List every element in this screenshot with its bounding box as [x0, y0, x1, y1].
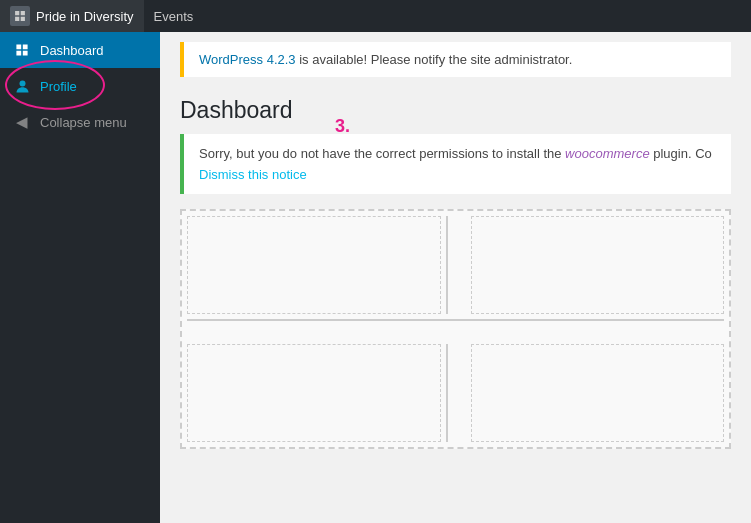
widget-area-3: [187, 344, 441, 442]
widget-area-2: [471, 216, 725, 314]
collapse-label: Collapse menu: [40, 115, 127, 130]
step-badge: 3.: [335, 116, 350, 137]
profile-label: Profile: [40, 79, 77, 94]
wordpress-update-notice: WordPress 4.2.3 is available! Please not…: [180, 42, 731, 77]
events-label: Events: [154, 9, 194, 24]
admin-menu: Dashboard Profile ◀ Collapse menu: [0, 32, 160, 140]
page-title: Dashboard: [180, 92, 731, 124]
woocommerce-notice: Sorry, but you do not have the correct p…: [180, 134, 731, 194]
sidebar-item-profile[interactable]: Profile: [0, 68, 160, 104]
dashboard-icon: [12, 42, 32, 58]
woo-message-prefix: Sorry, but you do not have the correct p…: [199, 146, 565, 161]
dashboard-widgets: [180, 209, 731, 449]
site-name-label: Pride in Diversity: [36, 9, 134, 24]
wp-wrap: Dashboard Profile ◀ Collapse menu: [0, 32, 751, 523]
main-content: 3. WordPress 4.2.3 is available! Please …: [160, 32, 751, 523]
dashboard-label: Dashboard: [40, 43, 104, 58]
svg-point-0: [19, 80, 25, 86]
widget-area-4: [471, 344, 725, 442]
events-bar-item[interactable]: Events: [144, 0, 204, 32]
site-icon: [10, 6, 30, 26]
wp-version-link[interactable]: WordPress 4.2.3: [199, 52, 296, 67]
admin-sidebar: Dashboard Profile ◀ Collapse menu: [0, 32, 160, 523]
woocommerce-link[interactable]: woocommerce: [565, 146, 650, 161]
widget-area-1: [187, 216, 441, 314]
profile-icon: [12, 79, 32, 94]
sidebar-item-collapse[interactable]: ◀ Collapse menu: [0, 104, 160, 140]
widget-divider-v2: [446, 344, 448, 442]
dismiss-notice-link[interactable]: Dismiss this notice: [199, 167, 307, 182]
notice-message: is available! Please notify the site adm…: [296, 52, 573, 67]
collapse-icon: ◀: [12, 113, 32, 131]
widget-divider-h: [187, 319, 724, 321]
woo-message-suffix: plugin. Co: [650, 146, 712, 161]
notice-text: WordPress 4.2.3 is available! Please not…: [199, 52, 572, 67]
sidebar-item-dashboard[interactable]: Dashboard: [0, 32, 160, 68]
wp-body-content: 3. WordPress 4.2.3 is available! Please …: [160, 32, 751, 459]
site-name-bar-item[interactable]: Pride in Diversity: [0, 0, 144, 32]
admin-bar: Pride in Diversity Events: [0, 0, 751, 32]
widget-divider-v: [446, 216, 448, 314]
woo-notice-text: Sorry, but you do not have the correct p…: [199, 146, 716, 161]
